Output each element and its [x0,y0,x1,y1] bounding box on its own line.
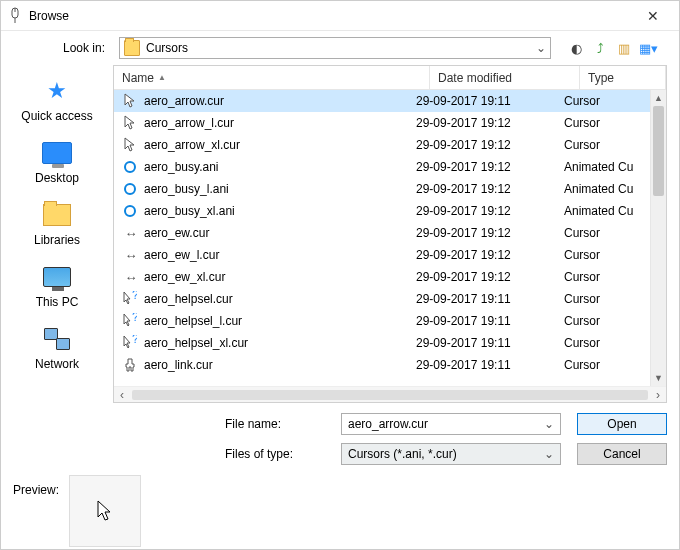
place-this-pc[interactable]: This PC [1,257,113,317]
file-type: Cursor [564,94,642,108]
scroll-up-icon[interactable]: ▲ [651,90,666,106]
file-type: Cursor [564,336,642,350]
scroll-left-icon[interactable]: ‹ [114,388,130,402]
file-type-icon: ↔ [122,225,138,241]
file-type: Cursor [564,248,642,262]
file-row[interactable]: aero_arrow_l.cur29-09-2017 19:12Cursor [114,112,650,134]
file-date: 29-09-2017 19:12 [416,248,558,262]
place-desktop[interactable]: Desktop [1,133,113,193]
chevron-down-icon: ⌄ [544,447,554,461]
file-type: Cursor [564,292,642,306]
file-type-icon: ? [122,291,138,307]
svg-text:?: ? [132,313,137,324]
file-date: 29-09-2017 19:12 [416,226,558,240]
scroll-thumb[interactable] [653,106,664,196]
titlebar: Browse ✕ [1,1,679,31]
file-name: aero_helpsel_xl.cur [144,336,410,350]
file-name: aero_ew_l.cur [144,248,410,262]
filename-input[interactable]: aero_arrow.cur ⌄ [341,413,561,435]
lookin-value: Cursors [146,41,536,55]
file-row[interactable]: ?aero_helpsel_l.cur29-09-2017 19:11Curso… [114,310,650,332]
svg-text:?: ? [132,335,137,346]
places-bar: ★ Quick access Desktop Libraries This PC… [1,65,113,469]
file-date: 29-09-2017 19:11 [416,94,558,108]
file-row[interactable]: ?aero_helpsel_xl.cur29-09-2017 19:11Curs… [114,332,650,354]
scroll-down-icon[interactable]: ▼ [651,370,666,386]
horizontal-scrollbar[interactable]: ‹ › [114,386,666,402]
file-type: Cursor [564,358,642,372]
file-row[interactable]: ↔aero_ew_xl.cur29-09-2017 19:12Cursor [114,266,650,288]
file-row[interactable]: ↔aero_ew.cur29-09-2017 19:12Cursor [114,222,650,244]
scroll-right-icon[interactable]: › [650,388,666,402]
file-name: aero_helpsel.cur [144,292,410,306]
up-one-level-icon[interactable]: ⤴ [591,39,609,57]
hscroll-track[interactable] [132,390,648,400]
file-row[interactable]: aero_busy_l.ani29-09-2017 19:12Animated … [114,178,650,200]
column-type[interactable]: Type [580,66,666,89]
vertical-scrollbar[interactable]: ▲ ▼ [650,90,666,386]
cancel-button[interactable]: Cancel [577,443,667,465]
file-row[interactable]: aero_arrow.cur29-09-2017 19:11Cursor [114,90,650,112]
file-row[interactable]: ?aero_helpsel.cur29-09-2017 19:11Cursor [114,288,650,310]
file-type: Cursor [564,116,642,130]
file-type: Cursor [564,314,642,328]
file-type-icon [122,137,138,153]
preview-box [69,475,141,547]
file-type-icon [122,159,138,175]
column-date-modified[interactable]: Date modified [430,66,580,89]
file-type-icon: ? [122,313,138,329]
file-list[interactable]: aero_arrow.cur29-09-2017 19:11Cursoraero… [114,90,650,386]
column-name[interactable]: Name▲ [114,66,430,89]
file-row[interactable]: aero_arrow_xl.cur29-09-2017 19:12Cursor [114,134,650,156]
this-pc-icon [43,267,71,287]
new-folder-icon[interactable]: ▥ [615,39,633,57]
file-name: aero_arrow_xl.cur [144,138,410,152]
file-type-icon [122,357,138,373]
file-name: aero_helpsel_l.cur [144,314,410,328]
star-icon: ★ [47,78,67,104]
file-list-pane: Name▲ Date modified Type aero_arrow.cur2… [113,65,667,403]
app-icon [7,8,23,24]
file-date: 29-09-2017 19:12 [416,204,558,218]
place-libraries[interactable]: Libraries [1,195,113,255]
filetype-label: Files of type: [225,447,331,461]
file-type-icon [122,93,138,109]
file-name: aero_busy_xl.ani [144,204,410,218]
file-type: Animated Cu [564,204,642,218]
file-date: 29-09-2017 19:11 [416,358,558,372]
file-type: Animated Cu [564,182,642,196]
place-quick-access[interactable]: ★ Quick access [1,71,113,131]
lookin-combo[interactable]: Cursors ⌄ [119,37,551,59]
file-date: 29-09-2017 19:11 [416,314,558,328]
file-type: Animated Cu [564,160,642,174]
file-name: aero_busy_l.ani [144,182,410,196]
desktop-icon [42,142,72,164]
file-row[interactable]: aero_busy_xl.ani29-09-2017 19:12Animated… [114,200,650,222]
file-type: Cursor [564,138,642,152]
file-date: 29-09-2017 19:12 [416,270,558,284]
svg-text:?: ? [132,291,137,302]
file-name: aero_busy.ani [144,160,410,174]
file-date: 29-09-2017 19:12 [416,182,558,196]
file-row[interactable]: ↔aero_ew_l.cur29-09-2017 19:12Cursor [114,244,650,266]
back-icon[interactable]: ◐ [567,39,585,57]
place-network[interactable]: Network [1,319,113,379]
file-type-icon: ↔ [122,269,138,285]
file-name: aero_link.cur [144,358,410,372]
file-row[interactable]: aero_busy.ani29-09-2017 19:12Animated Cu [114,156,650,178]
file-type-icon: ? [122,335,138,351]
open-button[interactable]: Open [577,413,667,435]
file-row[interactable]: aero_link.cur29-09-2017 19:11Cursor [114,354,650,376]
network-icon [44,328,70,350]
file-type-icon: ↔ [122,247,138,263]
nav-toolbar: ◐ ⤴ ▥ ▦▾ [557,39,667,57]
filetype-combo[interactable]: Cursors (*.ani, *.cur) ⌄ [341,443,561,465]
file-date: 29-09-2017 19:11 [416,336,558,350]
file-type: Cursor [564,226,642,240]
close-icon[interactable]: ✕ [633,8,673,24]
view-menu-icon[interactable]: ▦▾ [639,39,657,57]
file-type: Cursor [564,270,642,284]
column-headers: Name▲ Date modified Type [114,66,666,90]
file-type-icon [122,115,138,131]
libraries-icon [43,204,71,226]
